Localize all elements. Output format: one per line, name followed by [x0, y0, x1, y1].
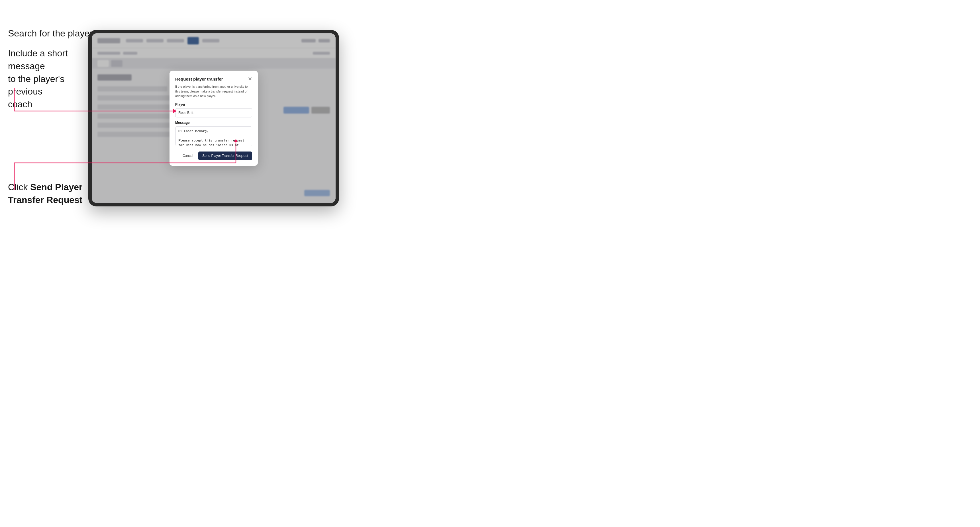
modal-header: Request player transfer ✕ [175, 76, 252, 81]
modal-description: If the player is transferring from anoth… [175, 84, 252, 98]
player-input[interactable] [175, 108, 252, 117]
message-label: Message [175, 121, 252, 125]
message-textarea[interactable]: Hi Coach McHarg, Please accept this tran… [175, 126, 252, 146]
cancel-button[interactable]: Cancel [180, 152, 196, 159]
tablet-device: Request player transfer ✕ If the player … [88, 30, 339, 206]
tablet-screen: Request player transfer ✕ If the player … [92, 33, 336, 203]
request-transfer-modal: Request player transfer ✕ If the player … [170, 71, 258, 166]
annotation-search: Search for the player. [8, 27, 95, 40]
player-label: Player [175, 103, 252, 106]
modal-footer: Cancel Send Player Transfer Request [175, 151, 252, 160]
send-transfer-button[interactable]: Send Player Transfer Request [198, 151, 252, 160]
annotation-click: Click Send Player Transfer Request [8, 181, 82, 206]
annotation-message: Include a short message to the player's … [8, 47, 88, 111]
modal-title: Request player transfer [175, 76, 223, 81]
modal-close-button[interactable]: ✕ [248, 76, 252, 81]
